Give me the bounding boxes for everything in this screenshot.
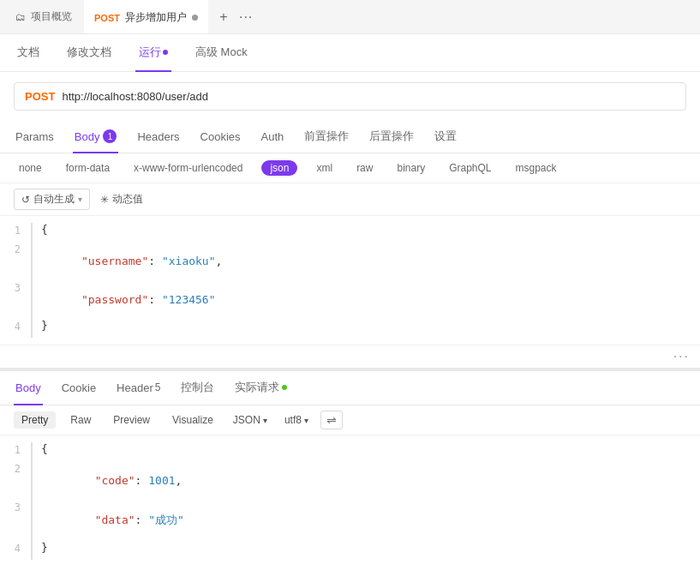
type-select[interactable]: JSON ▾ xyxy=(228,412,272,428)
resp-code-line2-content: "code": 1001, xyxy=(41,461,182,500)
req-tab-pre-op[interactable]: 前置操作 xyxy=(302,122,350,153)
resp-tab-header[interactable]: Header 5 xyxy=(115,372,162,405)
request-tabs-bar: Params Body 1 Headers Cookies Auth 前置操作 … xyxy=(0,121,700,153)
plus-icon: + xyxy=(219,9,227,25)
ellipsis-icon: ··· xyxy=(239,9,253,25)
req-tab-headers[interactable]: Headers xyxy=(135,122,181,153)
body-type-none[interactable]: none xyxy=(14,160,47,176)
api-method-badge: POST xyxy=(94,13,120,23)
resp-line-num-4: 4 xyxy=(7,541,31,555)
project-tab-label: 项目概览 xyxy=(31,9,72,24)
resp-line-bar-2 xyxy=(31,461,33,500)
req-tab-post-op[interactable]: 后置操作 xyxy=(368,122,416,153)
code-brace-close: } xyxy=(41,319,48,332)
response-section: Body Cookie Header 5 控制台 实际请求 Pretty Raw… xyxy=(0,368,700,567)
project-icon: 🗂 xyxy=(15,11,26,23)
resp-line-num-1: 1 xyxy=(7,442,31,456)
sub-nav-bar: 文档 修改文档 运行 高级 Mock xyxy=(0,34,700,72)
refresh-icon: ↺ xyxy=(21,194,30,206)
url-input[interactable]: http://localhost:8080/user/add xyxy=(62,90,208,103)
line-bar-4 xyxy=(31,319,33,338)
fmt-btn-pretty[interactable]: Pretty xyxy=(14,411,56,429)
code-line-1: 1 { xyxy=(0,223,700,242)
dynamic-icon: ✳ xyxy=(100,194,109,206)
dynamic-value-button[interactable]: ✳ 动态值 xyxy=(100,192,143,207)
resp-tab-console[interactable]: 控制台 xyxy=(179,372,216,405)
resp-code-line-1: 1 { xyxy=(0,442,700,461)
subnav-edit-doc[interactable]: 修改文档 xyxy=(63,35,115,72)
auto-generate-label: 自动生成 xyxy=(33,192,75,207)
dropdown-arrow-icon: ▾ xyxy=(78,195,82,204)
editor-toolbar: ↺ 自动生成 ▾ ✳ 动态值 xyxy=(0,183,700,216)
body-type-json[interactable]: json xyxy=(261,160,297,176)
encoding-chevron-icon: ▾ xyxy=(304,416,308,425)
code-brace-open: { xyxy=(41,223,48,236)
response-tabs-bar: Body Cookie Header 5 控制台 实际请求 xyxy=(0,371,700,405)
code-line2-content: "username": "xiaoku", xyxy=(41,242,222,280)
request-body-editor[interactable]: 1 { 2 "username": "xiaoku", 3 "password"… xyxy=(0,216,700,345)
url-bar[interactable]: POST http://localhost:8080/user/add xyxy=(14,82,686,111)
req-tab-settings[interactable]: 设置 xyxy=(433,122,458,153)
body-type-graphql[interactable]: GraphQL xyxy=(444,160,496,176)
resp-line-bar-4 xyxy=(31,541,33,560)
actual-request-dot xyxy=(282,385,287,390)
copy-icon: ⇌ xyxy=(326,413,337,427)
req-tab-params[interactable]: Params xyxy=(14,122,56,153)
copy-response-button[interactable]: ⇌ xyxy=(320,411,343,429)
fmt-btn-preview[interactable]: Preview xyxy=(105,411,158,429)
api-tab[interactable]: POST 异步增加用户 xyxy=(84,0,208,33)
line-num-2: 2 xyxy=(7,242,31,255)
req-tab-auth[interactable]: Auth xyxy=(260,122,286,153)
code-line3-content: "password": "123456" xyxy=(41,280,216,319)
more-dots-icon: ··· xyxy=(673,349,690,364)
response-format-row: Pretty Raw Preview Visualize JSON ▾ utf8… xyxy=(0,405,700,435)
body-type-raw[interactable]: raw xyxy=(351,160,378,176)
auto-generate-button[interactable]: ↺ 自动生成 ▾ xyxy=(14,189,90,210)
resp-tab-cookie[interactable]: Cookie xyxy=(60,372,98,405)
header-count-badge: 5 xyxy=(155,381,161,393)
body-type-row: none form-data x-www-form-urlencoded jso… xyxy=(0,153,700,183)
resp-code-line3-content: "data": "成功" xyxy=(41,500,184,541)
encoding-select[interactable]: utf8 ▾ xyxy=(279,412,314,428)
type-chevron-icon: ▾ xyxy=(263,416,267,425)
line-bar-2 xyxy=(31,242,33,280)
more-tabs-button[interactable]: ··· xyxy=(239,9,253,25)
code-line-2: 2 "username": "xiaoku", xyxy=(0,242,700,280)
body-type-urlencoded[interactable]: x-www-form-urlencoded xyxy=(129,160,248,176)
subnav-advanced-mock[interactable]: 高级 Mock xyxy=(192,35,251,72)
resp-line-bar-1 xyxy=(31,442,33,461)
fmt-btn-visualize[interactable]: Visualize xyxy=(165,411,221,429)
fmt-btn-raw[interactable]: Raw xyxy=(63,411,99,429)
add-tab-button[interactable]: + xyxy=(212,5,236,29)
url-method-label: POST xyxy=(25,90,55,103)
resp-line-bar-3 xyxy=(31,500,33,541)
resp-code-line-4: 4 } xyxy=(0,541,700,560)
line-num-3: 3 xyxy=(7,280,31,294)
body-badge: 1 xyxy=(103,129,117,143)
resp-brace-open: { xyxy=(41,442,48,455)
api-tab-title: 异步增加用户 xyxy=(125,10,187,25)
dynamic-label: 动态值 xyxy=(112,192,143,207)
project-tab[interactable]: 🗂 项目概览 xyxy=(7,0,81,33)
resp-tab-body[interactable]: Body xyxy=(14,372,43,405)
top-tab-bar: 🗂 项目概览 POST 异步增加用户 + ··· xyxy=(0,0,700,34)
type-select-label: JSON xyxy=(233,414,260,426)
body-type-formdata[interactable]: form-data xyxy=(61,160,115,176)
resp-code-line-3: 3 "data": "成功" xyxy=(0,500,700,541)
resp-brace-close: } xyxy=(41,541,48,554)
subnav-run[interactable]: 运行 xyxy=(135,35,171,72)
req-tab-body[interactable]: Body 1 xyxy=(73,122,119,153)
api-tab-modified-dot xyxy=(192,15,198,21)
line-bar-1 xyxy=(31,223,33,242)
subnav-doc[interactable]: 文档 xyxy=(14,35,43,72)
body-type-xml[interactable]: xml xyxy=(311,160,338,176)
line-num-1: 1 xyxy=(7,223,31,237)
resp-tab-actual-request[interactable]: 实际请求 xyxy=(233,372,289,405)
body-type-binary[interactable]: binary xyxy=(392,160,430,176)
resp-line-num-3: 3 xyxy=(7,500,31,513)
editor-more-dots: ··· xyxy=(0,345,700,368)
resp-line-num-2: 2 xyxy=(7,461,31,475)
req-tab-cookies[interactable]: Cookies xyxy=(199,122,242,153)
body-type-msgpack[interactable]: msgpack xyxy=(511,160,562,176)
code-line-4: 4 } xyxy=(0,319,700,338)
